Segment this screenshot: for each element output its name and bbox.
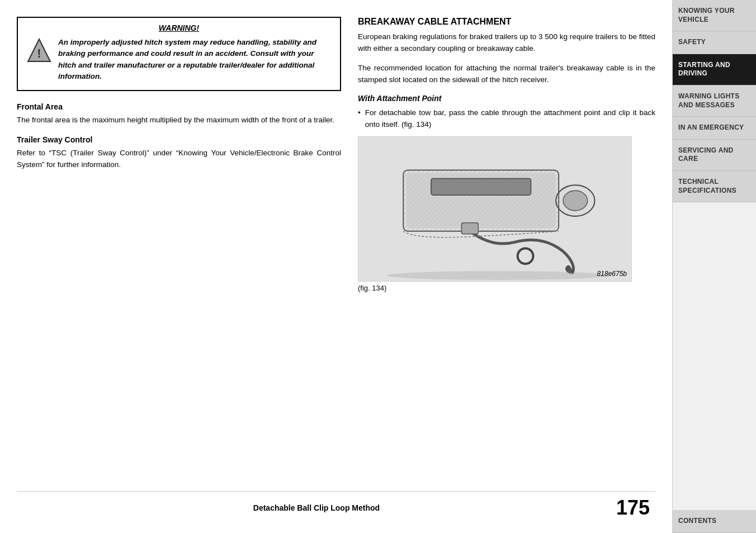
trailer-sway-heading: Trailer Sway Control xyxy=(17,135,341,144)
frontal-area-heading: Frontal Area xyxy=(17,102,341,111)
warning-title: WARNING! xyxy=(26,23,332,32)
sidebar-item-contents[interactable]: CONTENTS xyxy=(673,510,756,533)
sidebar-item-knowing-your-vehicle[interactable]: KNOWING YOUR VEHICLE xyxy=(673,0,756,31)
sidebar-item-technical-specifications[interactable]: TECHNICAL SPECIFICATIONS xyxy=(673,171,756,202)
main-content: WARNING! ! An improperly adjusted hitch … xyxy=(0,0,672,533)
breakaway-bullet-text: For detachable tow bar, pass the cable t… xyxy=(365,107,655,131)
bottom-bar: Detachable Ball Clip Loop Method 175 xyxy=(17,491,655,522)
sidebar-item-warning-lights[interactable]: WARNING LIGHTS AND MESSAGES xyxy=(673,85,756,117)
trailer-sway-section: Trailer Sway Control Refer to “TSC (Trai… xyxy=(17,135,341,171)
sidebar-item-safety[interactable]: SAFETY xyxy=(673,31,756,54)
svg-rect-12 xyxy=(461,222,478,234)
bottom-caption: Detachable Ball Clip Loop Method xyxy=(17,503,616,512)
svg-text:!: ! xyxy=(37,46,41,60)
breakaway-para2: The recommended location for attaching t… xyxy=(358,63,655,86)
svg-point-13 xyxy=(387,271,609,280)
left-column: WARNING! ! An improperly adjusted hitch … xyxy=(17,17,341,481)
sidebar-item-in-an-emergency[interactable]: IN AN EMERGENCY xyxy=(673,117,756,140)
bullet-dot: • xyxy=(358,107,361,131)
warning-text: An improperly adjusted hitch system may … xyxy=(58,37,332,82)
two-column-layout: WARNING! ! An improperly adjusted hitch … xyxy=(17,17,655,481)
warning-box: WARNING! ! An improperly adjusted hitch … xyxy=(17,17,341,91)
sidebar-item-starting-and-driving[interactable]: STARTING AND DRIVING xyxy=(673,54,756,85)
svg-point-10 xyxy=(563,191,588,211)
figure-caption: (fig. 134) xyxy=(358,284,655,292)
breakaway-para1: European braking regulations for braked … xyxy=(358,31,655,55)
sidebar: KNOWING YOUR VEHICLESAFETYSTARTING AND D… xyxy=(672,0,756,533)
warning-triangle-icon: ! xyxy=(26,37,53,64)
breakaway-title: BREAKAWAY CABLE ATTACHMENT xyxy=(358,17,655,27)
breakaway-subsection: With Attachment Point xyxy=(358,94,655,103)
figure-image: 818e675b xyxy=(358,136,632,282)
warning-body: ! An improperly adjusted hitch system ma… xyxy=(26,37,332,82)
right-column: BREAKAWAY CABLE ATTACHMENT European brak… xyxy=(341,17,655,481)
hitch-illustration xyxy=(358,137,631,281)
breakaway-bullet: • For detachable tow bar, pass the cable… xyxy=(358,107,655,131)
frontal-area-body: The frontal area is the maximum height m… xyxy=(17,115,341,126)
trailer-sway-body: Refer to “TSC (Trailer Sway Control)” un… xyxy=(17,147,341,171)
figure-area: 818e675b (fig. 134) xyxy=(358,136,655,292)
svg-rect-8 xyxy=(431,178,531,195)
figure-id: 818e675b xyxy=(597,270,627,278)
sidebar-item-servicing-and-care[interactable]: SERVICING AND CARE xyxy=(673,140,756,171)
frontal-area-section: Frontal Area The frontal area is the max… xyxy=(17,102,341,126)
page-number: 175 xyxy=(616,496,650,520)
